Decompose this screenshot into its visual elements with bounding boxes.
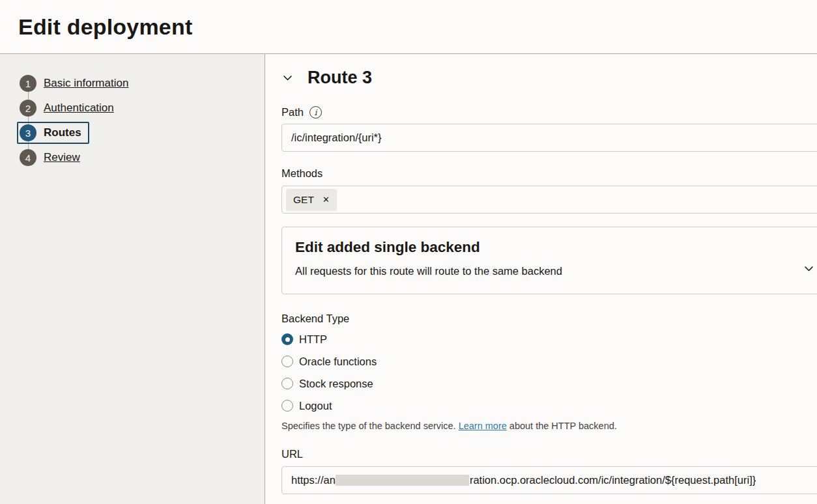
radio-button-icon[interactable]	[281, 378, 293, 389]
chevron-down-icon	[281, 72, 294, 84]
backend-type-label: Backend Type	[281, 313, 817, 325]
method-chip-label: GET	[293, 194, 314, 206]
url-field-label: URL	[281, 448, 817, 460]
radio-label: Stock response	[299, 378, 373, 390]
remove-method-icon[interactable]: ✕	[322, 195, 330, 204]
step-number-badge: 1	[20, 75, 36, 92]
helper-suffix: about the HTTP backend.	[507, 421, 617, 431]
sidebar-item-authentication[interactable]: 2 Authentication	[17, 97, 122, 119]
methods-field-label: Methods	[281, 167, 817, 180]
collapse-route-button[interactable]	[281, 72, 294, 84]
chevron-down-icon	[803, 263, 814, 277]
path-label-text: Path	[281, 106, 304, 119]
radio-button-icon[interactable]	[281, 400, 293, 412]
radio-label: Logout	[299, 400, 332, 412]
single-backend-select[interactable]: Edit added single backend All requests f…	[281, 227, 817, 294]
url-value-suffix: ration.ocp.oraclecloud.com/ic/integratio…	[470, 474, 756, 486]
path-input[interactable]	[281, 124, 817, 152]
radio-label: Oracle functions	[299, 356, 377, 368]
body-layout: 1 Basic information 2 Authentication 3 R…	[0, 54, 817, 504]
page-header: Edit deployment	[0, 0, 817, 54]
backend-type-helper-text: Specifies the type of the backend servic…	[281, 421, 817, 431]
sidebar-item-review[interactable]: 4 Review	[17, 147, 88, 169]
radio-oracle-functions[interactable]: Oracle functions	[281, 354, 817, 369]
backend-select-subtitle: All requests for this route will route t…	[295, 265, 798, 277]
backend-select-title: Edit added single backend	[295, 239, 798, 256]
radio-label: HTTP	[299, 333, 327, 346]
radio-button-icon[interactable]	[281, 356, 293, 367]
step-number-badge: 4	[20, 149, 36, 166]
sidebar-item-routes[interactable]: 3 Routes	[17, 122, 89, 144]
page-title: Edit deployment	[18, 14, 192, 40]
wizard-stepper-sidebar: 1 Basic information 2 Authentication 3 R…	[0, 54, 265, 504]
info-icon[interactable]: i	[309, 106, 322, 119]
helper-prefix: Specifies the type of the backend servic…	[281, 421, 459, 431]
radio-button-icon[interactable]	[281, 333, 293, 345]
backend-type-radio-group: HTTP Oracle functions Stock response Log…	[281, 332, 817, 413]
route-title: Route 3	[308, 68, 372, 88]
step-number-badge: 2	[20, 100, 36, 117]
route-section-header: Route 3	[281, 66, 817, 89]
methods-input[interactable]: GET ✕	[281, 186, 817, 214]
radio-logout[interactable]: Logout	[281, 399, 817, 413]
path-field-label: Path i	[281, 106, 817, 119]
radio-http[interactable]: HTTP	[281, 332, 817, 346]
sidebar-item-basic-information[interactable]: 1 Basic information	[17, 72, 136, 94]
redaction-block	[336, 475, 469, 486]
step-number-badge: 3	[20, 124, 36, 141]
learn-more-link[interactable]: Learn more	[459, 421, 507, 431]
step-label[interactable]: Basic information	[44, 77, 128, 90]
step-label[interactable]: Authentication	[44, 102, 114, 115]
step-label[interactable]: Review	[44, 151, 80, 164]
url-value-prefix: https://an	[291, 474, 336, 486]
method-chip-get: GET ✕	[286, 189, 337, 211]
methods-label-text: Methods	[281, 167, 322, 180]
route-form-panel: Route 3 Path i Methods GET ✕ Edit added …	[265, 54, 817, 504]
radio-stock-response[interactable]: Stock response	[281, 376, 817, 391]
step-label: Routes	[44, 126, 81, 139]
url-input[interactable]: https://an ration.ocp.oraclecloud.com/ic…	[281, 466, 817, 494]
